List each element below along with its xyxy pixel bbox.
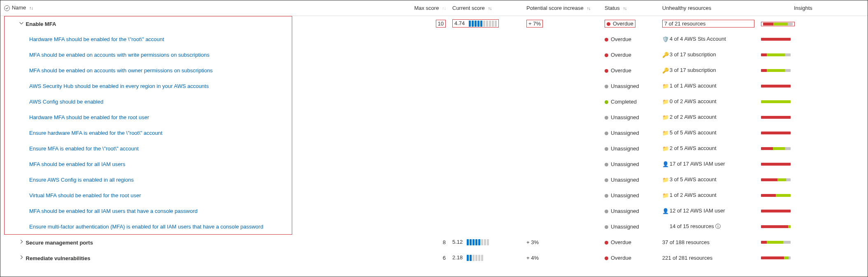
recommendation-row[interactable]: MFA should be enabled on accounts with w… <box>0 47 404 62</box>
recommendation-row[interactable]: Virtual MFA should be enabled for the ro… <box>0 187 404 203</box>
col-header-max[interactable]: Max score <box>414 5 439 11</box>
resource-type-icon: 🛡️ <box>662 36 668 42</box>
recommendation-row[interactable]: Ensure multi-factor authentication (MFA)… <box>0 219 404 234</box>
resource-type-icon: 📁 <box>662 114 668 120</box>
status-cell: Overdue <box>601 250 659 265</box>
recommendation-row[interactable]: Ensure AWS Config is enabled in all regi… <box>0 172 404 187</box>
select-all-toggle[interactable] <box>4 5 12 11</box>
unhealthy-cell: 📁0 of 2 AWS account <box>659 94 758 109</box>
health-bar <box>761 69 791 72</box>
group-row-remed[interactable]: Remediate vulnerabilities <box>0 250 404 265</box>
status-dot <box>605 38 608 42</box>
group-row-ports[interactable]: Secure management ports <box>0 234 404 250</box>
status-dot <box>605 256 608 260</box>
recommendation-row[interactable]: MFA should be enabled for all IAM users <box>0 156 404 172</box>
sort-icon[interactable]: ↑↓ <box>442 6 446 11</box>
current-score: 2.18 <box>449 250 523 265</box>
group-row-mfa[interactable]: Enable MFA <box>0 16 404 31</box>
sort-icon[interactable]: ↑↓ <box>623 6 626 11</box>
col-header-potential[interactable]: Potential score increase <box>526 5 584 11</box>
health-bar <box>761 38 791 41</box>
resource-type-icon: 📁 <box>662 145 668 152</box>
recommendation-row[interactable]: Hardware MFA should be enabled for the \… <box>0 31 404 47</box>
status-dot <box>605 100 608 104</box>
health-bar <box>761 85 791 88</box>
score-ticks <box>467 239 489 245</box>
unhealthy-cell: 📁2 of 2 AWS account <box>659 109 758 125</box>
resource-type-icon: 👤 <box>662 161 668 167</box>
unhealthy-cell: 📁3 of 5 AWS account <box>659 172 758 187</box>
recommendation-link[interactable]: Virtual MFA should be enabled for the ro… <box>29 192 141 199</box>
status-dot <box>605 163 608 166</box>
recommendation-row[interactable]: Ensure MFA is enabled for the \"root\" a… <box>0 141 404 156</box>
recommendation-link[interactable]: Ensure hardware MFA is enabled for the \… <box>29 130 163 136</box>
recommendation-link[interactable]: Ensure MFA is enabled for the \"root\" a… <box>29 145 139 152</box>
status-dot <box>605 69 608 73</box>
health-bar <box>761 241 791 244</box>
health-bar <box>761 163 791 166</box>
bar-cell <box>758 250 791 265</box>
status-dot <box>607 22 610 26</box>
chevron-right-icon[interactable] <box>19 239 24 245</box>
recommendation-row[interactable]: AWS Config should be enabled <box>0 94 404 109</box>
health-bar <box>761 100 791 103</box>
bar-cell <box>758 47 791 62</box>
bar-cell <box>758 78 791 94</box>
recommendation-row[interactable]: Hardware MFA should be enabled for the r… <box>0 109 404 125</box>
security-recommendations-table[interactable]: Name ↑↓ Max score ↑↓ Current score ↑↓ Po… <box>0 0 868 277</box>
bar-cell <box>758 62 791 78</box>
col-header-status[interactable]: Status <box>605 5 620 11</box>
unhealthy-cell: 📁1 of 2 AWS account <box>659 187 758 203</box>
col-header-current[interactable]: Current score <box>452 5 485 11</box>
col-header-name[interactable]: Name <box>12 5 26 11</box>
max-score: 10 <box>404 16 449 31</box>
recommendation-link[interactable]: Hardware MFA should be enabled for the r… <box>29 114 149 120</box>
resource-type-icon: 📁 <box>662 83 668 89</box>
resource-type-icon: 📁 <box>662 99 668 105</box>
recommendation-link[interactable]: AWS Config should be enabled <box>29 99 103 105</box>
recommendation-link[interactable]: MFA should be enabled for all IAM users … <box>29 208 198 214</box>
col-header-unhealthy[interactable]: Unhealthy resources <box>662 5 711 11</box>
health-bar <box>761 256 791 259</box>
recommendation-link[interactable]: AWS Security Hub should be enabled in ev… <box>29 83 209 89</box>
unhealthy-cell: 🔑3 of 17 subscription <box>659 62 758 78</box>
recommendation-row[interactable]: AWS Security Hub should be enabled in ev… <box>0 78 404 94</box>
status-cell: Unassigned <box>601 109 659 125</box>
recommendation-link[interactable]: Hardware MFA should be enabled for the \… <box>29 36 164 42</box>
status-cell: Unassigned <box>601 187 659 203</box>
recommendation-row[interactable]: MFA should be enabled on accounts with o… <box>0 62 404 78</box>
status-dot <box>605 116 608 120</box>
recommendation-link[interactable]: Ensure multi-factor authentication (MFA)… <box>29 224 263 230</box>
current-score: 5.12 <box>449 234 523 250</box>
recommendation-link[interactable]: MFA should be enabled on accounts with o… <box>29 67 213 74</box>
col-header-insights[interactable]: Insights <box>794 5 812 11</box>
max-score: 8 <box>404 234 449 250</box>
sort-icon[interactable]: ↑↓ <box>586 6 590 11</box>
recommendation-row[interactable]: Ensure hardware MFA is enabled for the \… <box>0 125 404 141</box>
unhealthy-cell: 7 of 21 resources <box>659 16 758 31</box>
recommendation-row[interactable]: MFA should be enabled for all IAM users … <box>0 203 404 219</box>
status-cell: Overdue <box>601 31 659 47</box>
chevron-down-icon[interactable] <box>19 20 24 26</box>
status-dot <box>605 210 608 213</box>
sort-icon[interactable]: ↑↓ <box>488 6 491 11</box>
unhealthy-cell: 👤12 of 12 AWS IAM user <box>659 203 758 219</box>
chevron-right-icon[interactable] <box>19 254 24 260</box>
unhealthy-cell: 🛡️4 of 4 AWS Sts Account <box>659 31 758 47</box>
resource-type-icon: 📁 <box>662 192 668 199</box>
recommendation-link[interactable]: MFA should be enabled on accounts with w… <box>29 52 209 58</box>
bar-cell <box>758 125 791 141</box>
recommendation-link[interactable]: Ensure AWS Config is enabled in all regi… <box>29 177 134 183</box>
recommendation-link[interactable]: MFA should be enabled for all IAM users <box>29 161 125 167</box>
bar-cell <box>758 109 791 125</box>
sort-icon[interactable]: ↑↓ <box>29 5 33 10</box>
status-cell: Unassigned <box>601 219 659 234</box>
bar-cell <box>758 156 791 172</box>
score-ticks <box>469 21 497 27</box>
status-cell: Unassigned <box>601 78 659 94</box>
unhealthy-cell: 📁5 of 5 AWS account <box>659 125 758 141</box>
health-bar <box>761 53 791 56</box>
health-bar <box>761 225 791 228</box>
status-dot <box>605 178 608 182</box>
bar-cell <box>758 31 791 47</box>
